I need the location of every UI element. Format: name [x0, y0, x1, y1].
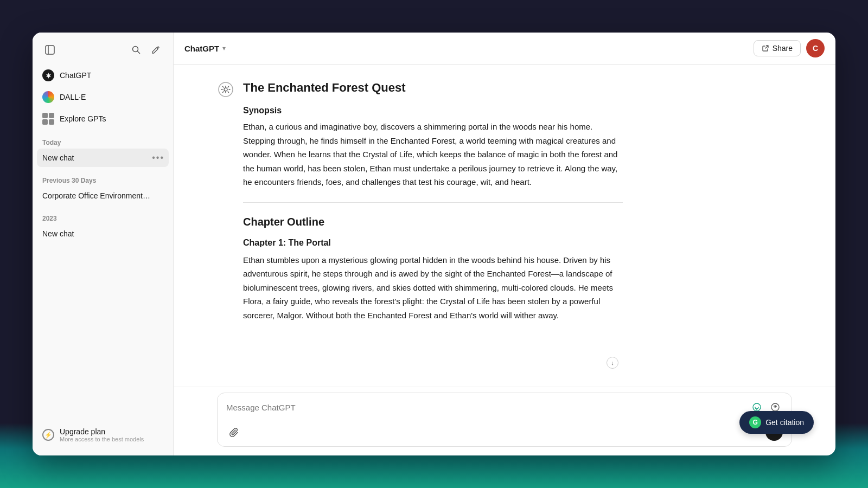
explore-icon [42, 113, 54, 125]
header: ChatGPT ▾ Share C [174, 33, 835, 65]
svg-point-4 [219, 82, 233, 97]
content-area: The Enchanted Forest Quest Synopsis Etha… [174, 65, 835, 387]
upgrade-sub-text: More access to the best models [60, 436, 144, 442]
svg-line-3 [138, 52, 140, 54]
message-input[interactable] [226, 403, 749, 412]
input-row [218, 393, 792, 421]
panel-icon [45, 45, 55, 55]
chatgpt-icon [42, 69, 54, 81]
upgrade-icon: ⚡ [42, 429, 54, 441]
input-box [217, 393, 792, 447]
chat-more-menu[interactable]: ••• [152, 153, 163, 163]
corporate-chat-label: Corporate Office Environment Des [42, 191, 152, 200]
header-right: Share C [754, 39, 825, 57]
main-area: ChatGPT ▾ Share C [174, 33, 835, 455]
edit-icon [151, 46, 160, 54]
citation-icon: G [749, 416, 761, 428]
get-citation-button[interactable]: G Get citation [739, 411, 814, 434]
explore-nav-label: Explore GPTs [60, 114, 106, 123]
sidebar-item-dalle[interactable]: DALL·E [37, 87, 169, 107]
citation-label: Get citation [765, 418, 804, 427]
avatar-letter: C [813, 44, 818, 53]
context-icon [771, 403, 780, 412]
attach-icon [229, 427, 239, 437]
sidebar-item-chatgpt[interactable]: ChatGPT [37, 65, 169, 86]
message-block: The Enchanted Forest Quest Synopsis Etha… [217, 81, 792, 331]
year2023-section-label: 2023 [37, 210, 169, 224]
chat-item-corporate-office[interactable]: Corporate Office Environment Des ••• [37, 187, 169, 205]
attach-button[interactable] [226, 424, 242, 440]
content-divider [243, 202, 623, 203]
share-icon [762, 44, 769, 52]
synopsis-text: Ethan, a curious and imaginative boy, di… [243, 120, 623, 189]
synopsis-label: Synopsis [243, 106, 623, 115]
header-dropdown-chevron[interactable]: ▾ [222, 44, 226, 52]
search-button[interactable] [127, 41, 145, 59]
dalle-icon [42, 91, 54, 103]
input-bottom-row [218, 421, 792, 446]
content-title: The Enchanted Forest Quest [243, 81, 623, 95]
today-section-label: Today [37, 134, 169, 149]
search-icon [132, 46, 141, 54]
svg-point-9 [775, 406, 776, 407]
upgrade-main-text: Upgrade plan [60, 427, 144, 436]
chatgpt-nav-label: ChatGPT [60, 71, 91, 80]
chapter-outline-label: Chapter Outline [243, 216, 623, 228]
upgrade-item[interactable]: ⚡ Upgrade plan More access to the best m… [37, 423, 169, 447]
chat-item-new-chat-2023[interactable]: New chat ••• [37, 224, 169, 243]
panel-toggle-button[interactable] [41, 41, 59, 59]
new-chat-edit-button[interactable] [147, 41, 164, 59]
gpt-settings-icon [217, 81, 234, 98]
svg-rect-0 [46, 46, 54, 54]
chat-item-new-chat-today[interactable]: New chat ••• [37, 149, 169, 167]
message-content: The Enchanted Forest Quest Synopsis Etha… [243, 81, 623, 331]
share-label: Share [773, 44, 793, 53]
voice-icon [752, 403, 761, 412]
chat-2023-label: New chat [42, 229, 152, 238]
sidebar-top-icons [37, 39, 169, 65]
prev30-section-label: Previous 30 Days [37, 172, 169, 187]
chapter1-label: Chapter 1: The Portal [243, 238, 623, 248]
sidebar-item-explore[interactable]: Explore GPTs [37, 108, 169, 129]
dalle-nav-label: DALL·E [60, 93, 86, 101]
header-title: ChatGPT [184, 44, 219, 53]
scroll-down-indicator[interactable]: ↓ [607, 357, 618, 369]
chapter1-text: Ethan stumbles upon a mysterious glowing… [243, 253, 623, 323]
chat-item-label: New chat [42, 153, 152, 162]
sidebar-bottom: ⚡ Upgrade plan More access to the best m… [37, 419, 169, 449]
header-left: ChatGPT ▾ [184, 44, 226, 53]
sidebar: ChatGPT DALL·E Explore GPTs Today New ch… [33, 33, 174, 455]
avatar[interactable]: C [806, 39, 825, 57]
share-button[interactable]: Share [754, 40, 801, 56]
input-area [174, 387, 835, 455]
